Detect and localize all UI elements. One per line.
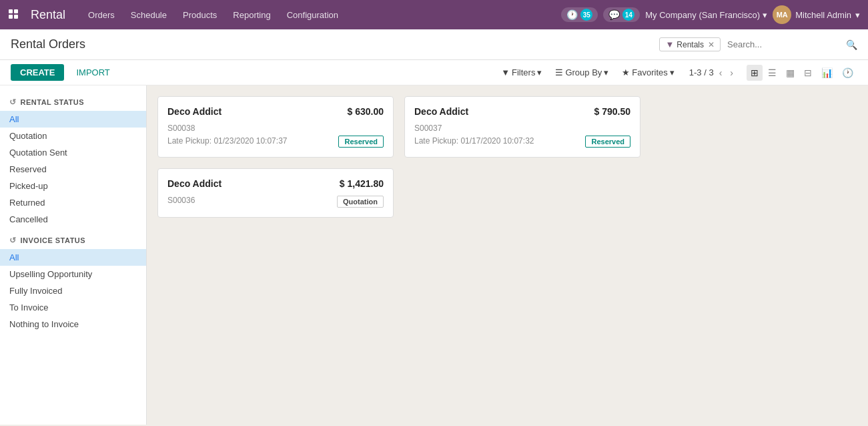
groupby-button[interactable]: ☰ Group By ▾: [551, 65, 612, 79]
search-filter-tag[interactable]: ▼ Rentals ✕: [659, 37, 721, 51]
top-navigation: Rental Orders Schedule Products Reportin…: [0, 0, 868, 29]
nav-orders[interactable]: Orders: [81, 7, 121, 23]
next-page-button[interactable]: ›: [727, 66, 736, 79]
card-meta: S00036 Quotation: [167, 194, 384, 207]
nav-reporting[interactable]: Reporting: [226, 7, 277, 23]
sidebar-item-quotation[interactable]: Quotation: [0, 128, 146, 144]
rental-status-section: ↺ RENTAL STATUS All Quotation Quotation …: [0, 93, 146, 228]
pivot-view-button[interactable]: ⊟: [800, 65, 816, 81]
card-status-badge: Reserved: [585, 136, 630, 148]
page-title: Rental Orders: [11, 37, 85, 51]
app-name: Rental: [31, 8, 65, 22]
card-header: Deco Addict $ 1,421.80: [167, 178, 384, 189]
main-layout: ↺ RENTAL STATUS All Quotation Quotation …: [0, 85, 868, 425]
activity-button[interactable]: 🕐 35: [561, 7, 598, 22]
card-customer-name: Deco Addict: [414, 106, 468, 117]
card-customer-name: Deco Addict: [167, 106, 222, 117]
search-input[interactable]: [723, 37, 843, 51]
company-name: My Company (San Francisco): [645, 10, 760, 20]
card-meta: S00038 Late Pickup: 01/23/2020 10:07:37 …: [167, 122, 384, 148]
nav-products[interactable]: Products: [176, 7, 224, 23]
activity-count: 35: [580, 9, 592, 21]
sidebar-item-returned[interactable]: Returned: [0, 194, 146, 211]
card-amount: $ 630.00: [348, 106, 384, 117]
create-button[interactable]: CREATE: [11, 64, 64, 81]
message-count: 14: [622, 9, 634, 21]
grid-icon[interactable]: [8, 9, 20, 21]
card-header: Deco Addict $ 790.50: [414, 106, 630, 117]
card-customer-name: Deco Addict: [167, 178, 222, 189]
action-bar: CREATE IMPORT ▼ Filters ▾ ☰ Group By ▾ ★…: [0, 60, 868, 85]
sidebar-item-rental-all[interactable]: All: [0, 111, 146, 128]
view-icons: ⊞ ☰ ▦ ⊟ 📊 🕐: [747, 65, 857, 81]
card-order-num: S00036: [167, 194, 195, 207]
topnav-right: 🕐 35 💬 14 My Company (San Francisco) ▾ M…: [561, 5, 860, 24]
import-button[interactable]: IMPORT: [69, 64, 116, 81]
toolbar-filters: ▼ Filters ▾ ☰ Group By ▾ ★ Favorites ▾: [497, 65, 679, 79]
user-name: Mitchell Admin: [795, 10, 851, 20]
card-header: Deco Addict $ 630.00: [167, 106, 384, 117]
user-chevron-icon: ▾: [855, 10, 860, 20]
card-order-num: S00038: [167, 122, 287, 135]
card-status-badge: Quotation: [337, 196, 384, 208]
filter-icon: ▼: [665, 39, 674, 49]
invoice-status-title: ↺ INVOICE STATUS: [0, 232, 146, 249]
card-amount: $ 1,421.80: [340, 178, 384, 189]
pagination-text: 1-3 / 3: [689, 67, 714, 77]
nav-configuration[interactable]: Configuration: [280, 7, 345, 23]
card-sub: S00036: [167, 194, 195, 207]
sidebar: ↺ RENTAL STATUS All Quotation Quotation …: [0, 85, 147, 425]
avatar: MA: [773, 5, 791, 24]
favorites-button[interactable]: ★ Favorites ▾: [618, 65, 678, 79]
calendar-view-button[interactable]: ▦: [782, 65, 799, 81]
svg-rect-2: [9, 15, 13, 19]
filter-funnel-icon: ▼: [501, 67, 510, 77]
groupby-chevron-icon: ▾: [604, 67, 608, 77]
kanban-view-button[interactable]: ⊞: [747, 65, 763, 81]
refresh-icon-2: ↺: [9, 236, 17, 245]
card-amount: $ 790.50: [594, 106, 631, 117]
sidebar-item-upselling[interactable]: Upselling Opportunity: [0, 266, 146, 282]
remove-tag-button[interactable]: ✕: [708, 40, 715, 49]
search-area: ▼ Rentals ✕ 🔍: [457, 37, 857, 51]
user-menu[interactable]: MA Mitchell Admin ▾: [773, 5, 860, 24]
sidebar-item-invoice-all[interactable]: All: [0, 249, 146, 266]
chart-view-button[interactable]: 📊: [817, 65, 837, 81]
activity-view-button[interactable]: 🕐: [838, 65, 857, 81]
refresh-icon: ↺: [9, 97, 17, 107]
card-status-badge: Reserved: [338, 136, 384, 148]
filters-button[interactable]: ▼ Filters ▾: [497, 65, 546, 79]
sidebar-item-fully-invoiced[interactable]: Fully Invoiced: [0, 282, 146, 299]
sidebar-item-to-invoice[interactable]: To Invoice: [0, 299, 146, 316]
card-sub: S00038 Late Pickup: 01/23/2020 10:07:37: [167, 122, 287, 148]
list-view-button[interactable]: ☰: [764, 65, 781, 81]
company-chevron-icon: ▾: [763, 10, 767, 20]
cards-content: Deco Addict $ 630.00 S00038 Late Pickup:…: [147, 85, 868, 425]
prev-page-button[interactable]: ‹: [717, 66, 725, 79]
pagination: 1-3 / 3 ‹ ›: [689, 66, 736, 79]
rental-status-title: ↺ RENTAL STATUS: [0, 93, 146, 111]
card-late-pickup: Late Pickup: 01/17/2020 10:07:32: [414, 135, 534, 148]
search-icon[interactable]: 🔍: [846, 39, 857, 50]
sidebar-item-picked-up[interactable]: Picked-up: [0, 178, 146, 194]
nav-schedule[interactable]: Schedule: [124, 7, 173, 23]
card-late-pickup: Late Pickup: 01/23/2020 10:07:37: [167, 135, 287, 148]
sidebar-item-reserved[interactable]: Reserved: [0, 161, 146, 178]
rental-card[interactable]: Deco Addict $ 790.50 S00037 Late Pickup:…: [404, 96, 640, 158]
svg-rect-0: [9, 9, 13, 13]
svg-rect-1: [14, 9, 18, 13]
sidebar-item-nothing-to-invoice[interactable]: Nothing to Invoice: [0, 316, 146, 333]
filters-chevron-icon: ▾: [537, 67, 542, 77]
nav-links: Orders Schedule Products Reporting Confi…: [81, 7, 550, 23]
company-selector[interactable]: My Company (San Francisco) ▾: [645, 10, 767, 20]
card-sub: S00037 Late Pickup: 01/17/2020 10:07:32: [414, 122, 534, 148]
invoice-status-section: ↺ INVOICE STATUS All Upselling Opportuni…: [0, 232, 146, 333]
rental-card[interactable]: Deco Addict $ 630.00 S00038 Late Pickup:…: [157, 96, 394, 158]
card-order-num: S00037: [414, 122, 534, 135]
groupby-icon: ☰: [555, 67, 563, 77]
card-meta: S00037 Late Pickup: 01/17/2020 10:07:32 …: [414, 122, 630, 148]
messages-button[interactable]: 💬 14: [603, 7, 640, 22]
sidebar-item-cancelled[interactable]: Cancelled: [0, 211, 146, 228]
sidebar-item-quotation-sent[interactable]: Quotation Sent: [0, 144, 146, 161]
rental-card[interactable]: Deco Addict $ 1,421.80 S00036 Quotation: [157, 168, 394, 217]
